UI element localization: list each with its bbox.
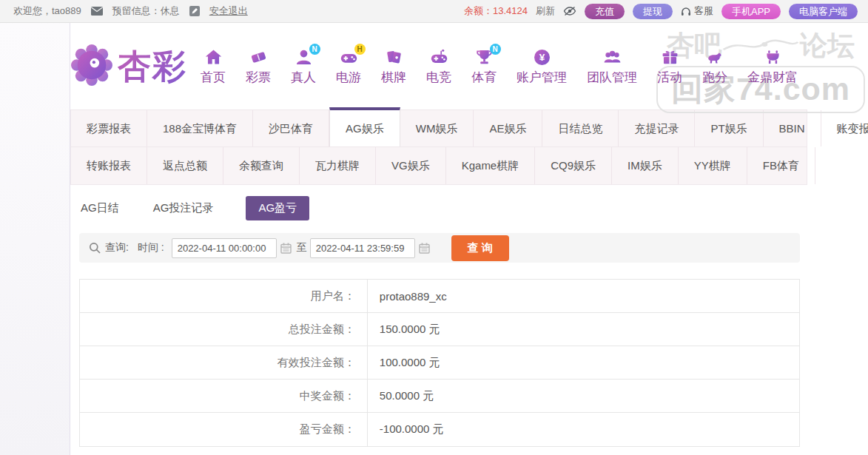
search-icon xyxy=(89,242,101,254)
row-value: 50.0000 元 xyxy=(368,380,799,412)
row-value: 100.0000 元 xyxy=(368,346,799,379)
nav-item-live[interactable]: N 真人 xyxy=(291,47,316,86)
tab-188-sports[interactable]: 188金宝博体育 xyxy=(147,110,253,146)
nav-item-egames[interactable]: H 电游 xyxy=(336,47,361,86)
account-coin-icon xyxy=(532,47,552,67)
paofen-animal-icon xyxy=(705,47,725,67)
tab-pt-entertainment[interactable]: PT娱乐 xyxy=(695,110,763,146)
between-label: 至 xyxy=(297,241,307,255)
ag-subtabs: AG日结 AG投注记录 AG盈亏 xyxy=(79,195,868,220)
table-row: 有效投注金额： 100.0000 元 xyxy=(80,346,799,380)
team-icon xyxy=(602,47,622,67)
query-submit-button[interactable]: 查 询 xyxy=(451,235,509,261)
refresh-link[interactable]: 刷新 xyxy=(536,4,555,18)
home-icon xyxy=(203,47,223,67)
nav-item-golden-ding[interactable]: 金鼎财富 xyxy=(747,47,798,86)
row-label: 盈亏金额： xyxy=(80,413,368,446)
logo-text: 杏彩 xyxy=(118,44,187,89)
subtab-ag-bet-records[interactable]: AG投注记录 xyxy=(152,196,215,220)
reserved-info-text: 预留信息：休息 xyxy=(112,4,180,18)
tab-daily-summary[interactable]: 日结总览 xyxy=(542,110,619,146)
report-tabs-row1: 彩票报表 188金宝博体育 沙巴体育 AG娱乐 WM娱乐 AE娱乐 日结总览 充… xyxy=(71,110,807,147)
tab-fb-sports[interactable]: FB体育 xyxy=(747,147,815,184)
row-label: 中奖金额： xyxy=(80,380,368,412)
esports-icon xyxy=(429,47,449,67)
cards-icon xyxy=(384,47,404,67)
row-value: 150.0000 元 xyxy=(368,313,799,346)
tab-lottery-report[interactable]: 彩票报表 xyxy=(71,110,147,146)
nav-item-cards[interactable]: 棋牌 xyxy=(381,47,406,86)
tab-vg-entertainment[interactable]: VG娱乐 xyxy=(376,147,446,184)
customer-service-link[interactable]: 客服 xyxy=(681,4,713,18)
welcome-text: 欢迎您，tao889 xyxy=(13,4,81,18)
lottery-ticket-icon xyxy=(249,47,269,67)
nav-item-team[interactable]: 团队管理 xyxy=(587,47,637,86)
message-envelope-icon[interactable] xyxy=(91,7,103,16)
tab-account-change-report[interactable]: 账变报表 xyxy=(821,110,868,146)
tab-cq9-entertainment[interactable]: CQ9娱乐 xyxy=(535,147,612,184)
customer-service-label: 客服 xyxy=(694,4,713,18)
new-badge: N xyxy=(309,44,320,55)
golden-ding-icon xyxy=(763,47,783,67)
nav-item-home[interactable]: 首页 xyxy=(201,47,226,86)
report-tabs-row2: 转账报表 返点总额 余额查询 瓦力棋牌 VG娱乐 Kgame棋牌 CQ9娱乐 I… xyxy=(71,147,807,184)
watermark-right-text: 论坛 xyxy=(800,27,855,64)
headset-icon xyxy=(681,7,691,16)
mobile-app-button[interactable]: 手机APP xyxy=(721,4,781,19)
balance-text: 余额：13.4124 xyxy=(464,4,528,18)
edit-icon[interactable] xyxy=(189,6,200,16)
site-logo[interactable]: 杏彩 xyxy=(70,44,187,90)
table-row: 总投注金额： 150.0000 元 xyxy=(80,313,799,346)
tab-ae-entertainment[interactable]: AE娱乐 xyxy=(474,110,542,146)
pc-client-button[interactable]: 电脑客户端 xyxy=(789,4,858,19)
slots-game-icon: H xyxy=(339,47,359,67)
sports-trophy-icon: N xyxy=(474,47,494,67)
page-body: 杏彩 首页 彩票 N 真人 H 电游 棋牌 xyxy=(0,23,868,455)
subtab-ag-profit-loss[interactable]: AG盈亏 xyxy=(246,196,309,220)
table-row: 用户名： protao889_xc xyxy=(80,280,799,313)
withdraw-button[interactable]: 提现 xyxy=(633,4,673,19)
row-value: -100.0000 元 xyxy=(368,413,799,446)
tab-balance-query[interactable]: 余额查询 xyxy=(223,147,300,184)
nav-item-esports[interactable]: 电竞 xyxy=(426,47,451,86)
query-bar: 查询: 时间 : 至 查 询 xyxy=(79,233,800,263)
calendar-icon[interactable] xyxy=(419,243,430,254)
subtab-ag-daily[interactable]: AG日结 xyxy=(79,196,121,220)
tab-wali-cards[interactable]: 瓦力棋牌 xyxy=(300,147,376,184)
tab-kgame-cards[interactable]: Kgame棋牌 xyxy=(446,147,536,184)
row-label: 有效投注金额： xyxy=(80,346,368,379)
tab-bbin[interactable]: BBIN xyxy=(764,110,821,146)
tab-rebate-total[interactable]: 返点总额 xyxy=(147,147,223,184)
nav-item-activity[interactable]: 活动 xyxy=(657,47,682,86)
datetime-from-input[interactable] xyxy=(172,238,277,258)
tab-transfer-report[interactable]: 转账报表 xyxy=(71,147,147,184)
gift-icon xyxy=(660,47,680,67)
nav-item-lottery[interactable]: 彩票 xyxy=(246,47,271,86)
row-label: 用户名： xyxy=(80,280,368,312)
left-margin-strip xyxy=(0,23,70,455)
tab-yy-cards[interactable]: YY棋牌 xyxy=(679,147,747,184)
time-label: 时间 : xyxy=(138,241,164,255)
live-person-icon: N xyxy=(294,47,314,67)
calendar-icon[interactable] xyxy=(280,243,292,254)
tab-wm-entertainment[interactable]: WM娱乐 xyxy=(400,110,474,146)
hot-badge: H xyxy=(354,44,366,55)
hide-balance-eye-icon[interactable] xyxy=(563,6,576,16)
nav-item-account[interactable]: 账户管理 xyxy=(517,47,567,86)
query-label: 查询: xyxy=(105,241,129,255)
tab-ag-entertainment[interactable]: AG娱乐 xyxy=(329,107,400,146)
nav-item-paofen[interactable]: 跑分 xyxy=(702,47,727,86)
nav-item-sports[interactable]: N 体育 xyxy=(471,47,497,86)
balance-value: 13.4124 xyxy=(493,5,528,16)
logout-link[interactable]: 安全退出 xyxy=(209,4,248,18)
tab-deposit-withdraw-records[interactable]: 充提记录 xyxy=(619,110,695,146)
table-row: 盈亏金额： -100.0000 元 xyxy=(80,413,799,446)
datetime-to-input[interactable] xyxy=(310,238,415,258)
topbar: 欢迎您，tao889 预留信息：休息 安全退出 余额：13.4124 刷新 充值… xyxy=(0,0,868,23)
tab-im-entertainment[interactable]: IM娱乐 xyxy=(612,147,679,184)
table-row: 中奖金额： 50.0000 元 xyxy=(80,380,799,413)
new-badge: N xyxy=(490,44,501,55)
recharge-button[interactable]: 充值 xyxy=(585,4,625,19)
tab-saba-sports[interactable]: 沙巴体育 xyxy=(253,110,329,146)
site-header: 杏彩 首页 彩票 N 真人 H 电游 棋牌 xyxy=(70,23,868,109)
